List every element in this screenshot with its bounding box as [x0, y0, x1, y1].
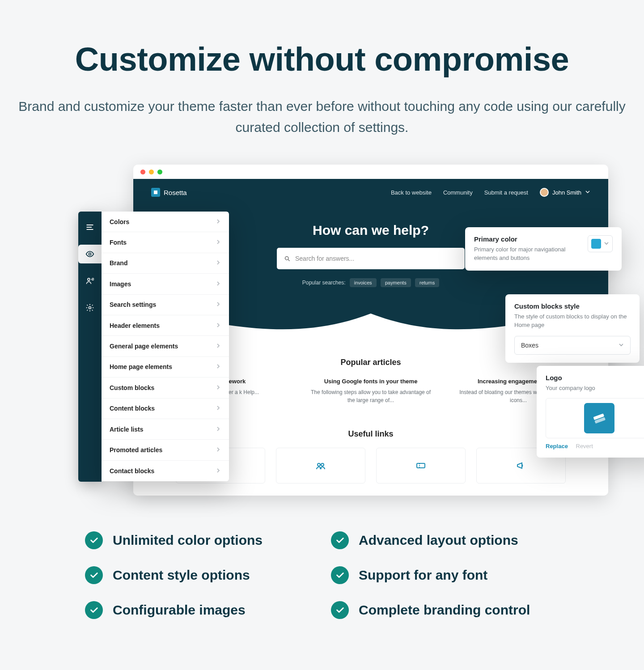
color-swatch-icon	[591, 239, 601, 249]
nav-link[interactable]: Community	[443, 189, 473, 196]
settings-label: Contact blocks	[110, 467, 154, 475]
select-value: Boxes	[521, 342, 538, 349]
config-primary-color: Primary color Primary color for major na…	[465, 227, 622, 271]
settings-label: Custom blocks	[110, 384, 154, 391]
settings-label: Promoted articles	[110, 446, 162, 454]
rail-users-icon[interactable]	[78, 271, 102, 290]
settings-row-images[interactable]: Images	[102, 274, 229, 294]
popular-label: Popular searches:	[302, 280, 346, 286]
community-icon	[315, 460, 326, 471]
check-circle-icon	[85, 566, 103, 584]
settings-label: Colors	[110, 218, 129, 225]
brand-name: Rosetta	[164, 189, 187, 196]
config-custom-blocks: Custom blocks style The style of custom …	[505, 294, 640, 363]
svg-point-4	[321, 463, 324, 466]
settings-panel: Colors Fonts Brand Images Search setting…	[102, 212, 229, 481]
config-title: Logo	[546, 374, 644, 382]
search-tag[interactable]: payments	[381, 278, 411, 287]
check-circle-icon	[331, 601, 349, 619]
settings-label: General page elements	[110, 343, 178, 350]
chevron-right-icon	[216, 363, 221, 371]
feature-item: Support for any font	[331, 566, 559, 584]
check-circle-icon	[85, 531, 103, 549]
traffic-light-min-icon	[149, 170, 154, 174]
link-card[interactable]	[276, 448, 365, 483]
settings-row-home[interactable]: Home page elements	[102, 357, 229, 377]
settings-row-custom-blocks[interactable]: Custom blocks	[102, 377, 229, 398]
color-picker-button[interactable]	[588, 235, 613, 252]
settings-row-header[interactable]: Header elements	[102, 315, 229, 336]
rail-eye-icon[interactable]	[78, 245, 102, 263]
avatar-icon	[540, 188, 549, 197]
search-tag[interactable]: invoices	[350, 278, 377, 287]
chevron-down-icon	[604, 240, 609, 248]
feature-label: Complete branding control	[359, 602, 530, 618]
article-card[interactable]: Using Google fonts in your theme The fol…	[308, 378, 433, 404]
custom-blocks-select[interactable]: Boxes	[514, 336, 631, 355]
ticket-icon	[415, 460, 426, 471]
nav-link[interactable]: Submit a request	[484, 189, 528, 196]
settings-row-general[interactable]: General page elements	[102, 336, 229, 356]
settings-label: Search settings	[110, 301, 156, 308]
site-nav: Back to website Community Submit a reque…	[391, 188, 590, 197]
svg-point-7	[88, 278, 90, 280]
check-circle-icon	[331, 566, 349, 584]
settings-row-promoted[interactable]: Promoted articles	[102, 440, 229, 460]
traffic-light-close-icon	[140, 170, 145, 174]
hero-subtitle: Brand and customize your theme faster th…	[0, 96, 644, 138]
chevron-right-icon	[216, 301, 221, 309]
chevron-down-icon	[585, 189, 590, 196]
svg-rect-5	[417, 463, 425, 468]
settings-label: Images	[110, 280, 131, 288]
chevron-right-icon	[216, 467, 221, 475]
settings-row-content-blocks[interactable]: Content blocks	[102, 399, 229, 419]
search-icon	[284, 255, 291, 262]
feature-item: Unlimited color options	[85, 531, 313, 549]
config-desc: Primary color for major navigational ele…	[474, 246, 581, 263]
settings-row-article-lists[interactable]: Article lists	[102, 419, 229, 440]
feature-item: Content style options	[85, 566, 313, 584]
traffic-light-max-icon	[157, 170, 162, 174]
logo-actions: Replace Revert	[546, 443, 644, 449]
rail-gear-icon[interactable]	[78, 298, 102, 317]
revert-button[interactable]: Revert	[576, 443, 593, 449]
feature-item: Complete branding control	[331, 601, 559, 619]
settings-label: Home page elements	[110, 363, 172, 370]
settings-row-colors[interactable]: Colors	[102, 212, 229, 232]
feature-label: Advanced layout options	[359, 533, 518, 548]
chevron-right-icon	[216, 218, 221, 226]
chevron-right-icon	[216, 404, 221, 412]
chevron-right-icon	[216, 322, 221, 330]
chevron-right-icon	[216, 446, 221, 454]
search-input[interactable]: Search for answers...	[277, 248, 465, 269]
user-name: John Smith	[552, 189, 581, 196]
settings-row-search[interactable]: Search settings	[102, 295, 229, 315]
config-desc: Your company logo	[546, 384, 644, 393]
logo-preview	[546, 398, 644, 438]
config-title: Custom blocks style	[514, 302, 631, 310]
link-card[interactable]	[376, 448, 466, 483]
feature-label: Unlimited color options	[113, 533, 263, 548]
hero-title: Customize without compromise	[0, 40, 644, 78]
settings-label: Content blocks	[110, 405, 155, 412]
logo-image-icon	[584, 403, 614, 433]
settings-label: Article lists	[110, 426, 143, 433]
settings-row-contact[interactable]: Contact blocks	[102, 461, 229, 481]
search-tag[interactable]: returns	[415, 278, 439, 287]
chevron-right-icon	[216, 280, 221, 288]
settings-row-brand[interactable]: Brand	[102, 253, 229, 274]
svg-point-0	[285, 256, 289, 260]
nav-link[interactable]: Back to website	[391, 189, 432, 196]
rail-list-icon[interactable]	[78, 218, 102, 237]
stage: Rosetta Back to website Community Submit…	[76, 165, 568, 496]
replace-button[interactable]: Replace	[546, 443, 568, 449]
search-placeholder: Search for answers...	[295, 255, 354, 262]
chevron-right-icon	[216, 384, 221, 392]
features-grid: Unlimited color options Advanced layout …	[85, 531, 559, 619]
svg-point-6	[89, 253, 91, 255]
user-menu[interactable]: John Smith	[540, 188, 590, 197]
settings-row-fonts[interactable]: Fonts	[102, 232, 229, 253]
svg-point-3	[318, 463, 320, 466]
svg-point-9	[89, 307, 91, 309]
config-desc: The style of custom blocks to display on…	[514, 313, 631, 330]
